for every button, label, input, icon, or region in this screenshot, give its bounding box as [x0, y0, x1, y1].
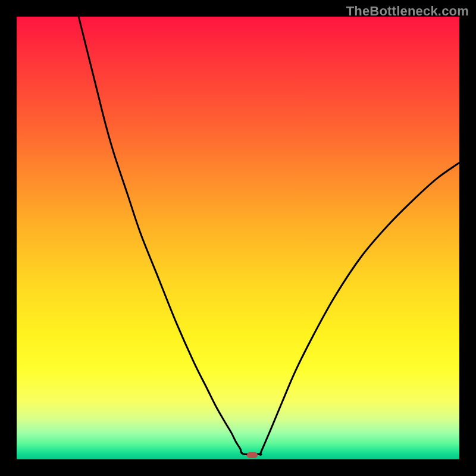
bottleneck-curve-path	[79, 17, 459, 455]
frame: TheBottleneck.com	[0, 0, 476, 476]
curve-svg	[17, 17, 459, 459]
optimal-marker	[247, 452, 258, 458]
plot-area	[17, 17, 459, 459]
